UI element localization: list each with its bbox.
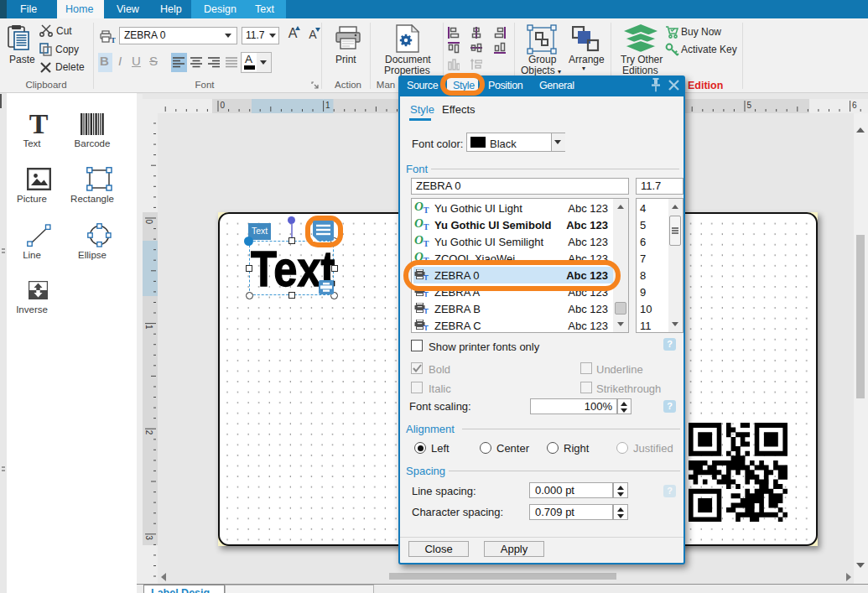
svg-text:0: 0 <box>221 101 226 110</box>
svg-text:6: 6 <box>852 101 857 110</box>
svg-text:1: 1 <box>144 325 153 330</box>
svg-text:0: 0 <box>144 220 153 225</box>
svg-text:1: 1 <box>325 101 330 110</box>
svg-text:5: 5 <box>747 101 752 110</box>
svg-text:3: 3 <box>144 535 153 540</box>
svg-text:2: 2 <box>144 430 153 435</box>
svg-text:T: T <box>111 36 116 44</box>
